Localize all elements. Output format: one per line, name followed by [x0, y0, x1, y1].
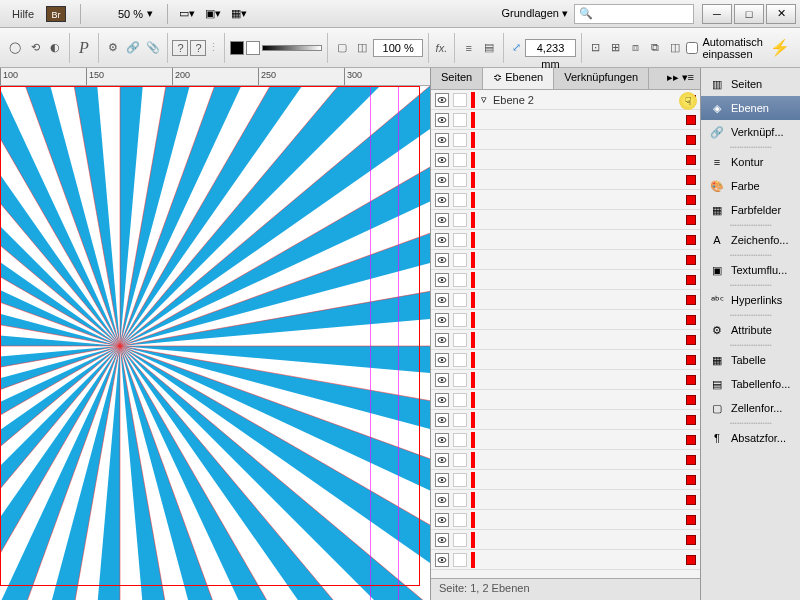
visibility-toggle[interactable] [435, 293, 449, 307]
view-button[interactable]: ▦▾ [226, 4, 252, 24]
tool-icon[interactable]: ◐ [46, 39, 64, 57]
sidebar-item-kontur[interactable]: ≡Kontur [701, 150, 800, 174]
layer-item[interactable] [431, 490, 700, 510]
lock-toggle[interactable] [453, 493, 467, 507]
layer-item[interactable] [431, 170, 700, 190]
layer-item[interactable] [431, 270, 700, 290]
layer-item[interactable] [431, 390, 700, 410]
zoom-level[interactable]: 50 %▾ [87, 7, 161, 20]
layer-item[interactable] [431, 470, 700, 490]
lock-toggle[interactable] [453, 193, 467, 207]
lock-toggle[interactable] [453, 453, 467, 467]
layer-item[interactable] [431, 190, 700, 210]
visibility-toggle[interactable] [435, 513, 449, 527]
lock-toggle[interactable] [453, 93, 467, 107]
visibility-toggle[interactable] [435, 93, 449, 107]
layer-item[interactable] [431, 310, 700, 330]
visibility-toggle[interactable] [435, 233, 449, 247]
tool-icon[interactable]: ◯ [6, 39, 24, 57]
workspace-dropdown[interactable]: Grundlagen ▾ [501, 7, 568, 20]
layer-item[interactable] [431, 350, 700, 370]
visibility-toggle[interactable] [435, 113, 449, 127]
align-icon[interactable]: ▤ [480, 39, 498, 57]
measure-input[interactable]: 4,233 mm [525, 39, 575, 57]
selection-indicator[interactable] [686, 535, 696, 545]
tab-ebenen[interactable]: ≎ Ebenen [483, 68, 554, 89]
layer-item[interactable] [431, 290, 700, 310]
selection-indicator[interactable] [686, 355, 696, 365]
layer-item[interactable] [431, 150, 700, 170]
lock-toggle[interactable] [453, 173, 467, 187]
selection-indicator[interactable] [686, 515, 696, 525]
lock-toggle[interactable] [453, 153, 467, 167]
panel-menu[interactable]: ▸▸ ▾≡ [661, 68, 700, 89]
selection-indicator[interactable] [686, 495, 696, 505]
expand-icon[interactable]: ▿ [479, 93, 489, 106]
layer-item[interactable] [431, 410, 700, 430]
selection-indicator[interactable] [686, 475, 696, 485]
layer-item[interactable] [431, 250, 700, 270]
lock-toggle[interactable] [453, 313, 467, 327]
lock-toggle[interactable] [453, 433, 467, 447]
visibility-toggle[interactable] [435, 173, 449, 187]
lock-toggle[interactable] [453, 353, 467, 367]
layer-name[interactable]: Ebene 2 [493, 94, 682, 106]
tool-icon[interactable]: ▢ [333, 39, 351, 57]
visibility-toggle[interactable] [435, 253, 449, 267]
visibility-toggle[interactable] [435, 553, 449, 567]
selection-indicator[interactable] [686, 155, 696, 165]
selection-indicator[interactable] [686, 115, 696, 125]
tool-icon[interactable]: ⚙ [104, 39, 122, 57]
layer-item[interactable] [431, 550, 700, 570]
bolt-icon[interactable]: ⚡ [770, 38, 790, 57]
help-icon[interactable]: ? [172, 40, 188, 56]
visibility-toggle[interactable] [435, 413, 449, 427]
help-menu[interactable]: Hilfe [0, 8, 46, 20]
lock-toggle[interactable] [453, 113, 467, 127]
fit-icon[interactable]: ⊡ [586, 39, 604, 57]
layer-item[interactable] [431, 510, 700, 530]
lock-toggle[interactable] [453, 513, 467, 527]
visibility-toggle[interactable] [435, 453, 449, 467]
sidebar-item-tabelle[interactable]: ▦Tabelle [701, 348, 800, 372]
lock-toggle[interactable] [453, 533, 467, 547]
visibility-toggle[interactable] [435, 333, 449, 347]
lock-toggle[interactable] [453, 333, 467, 347]
layer-item[interactable] [431, 450, 700, 470]
visibility-toggle[interactable] [435, 353, 449, 367]
maximize-button[interactable]: □ [734, 4, 764, 24]
layer-top[interactable]: ▿ Ebene 2 ☟ [431, 90, 700, 110]
visibility-toggle[interactable] [435, 153, 449, 167]
tool-icon[interactable]: ◫ [353, 39, 371, 57]
sidebar-item-farbe[interactable]: 🎨Farbe [701, 174, 800, 198]
visibility-toggle[interactable] [435, 473, 449, 487]
fit-icon[interactable]: ◫ [666, 39, 684, 57]
visibility-toggle[interactable] [435, 373, 449, 387]
lock-toggle[interactable] [453, 133, 467, 147]
minimize-button[interactable]: ─ [702, 4, 732, 24]
text-tool-icon[interactable]: P [75, 39, 93, 57]
opacity-input[interactable]: 100 % [373, 39, 423, 57]
layer-item[interactable] [431, 230, 700, 250]
fill-swatch[interactable] [230, 41, 244, 55]
tab-verknuepfungen[interactable]: Verknüpfungen [554, 68, 649, 89]
fx-icon[interactable]: fx. [434, 39, 449, 57]
visibility-toggle[interactable] [435, 133, 449, 147]
layer-item[interactable] [431, 370, 700, 390]
tool-icon[interactable]: 📎 [144, 39, 162, 57]
layer-item[interactable] [431, 110, 700, 130]
selection-indicator[interactable] [686, 335, 696, 345]
selection-indicator[interactable] [686, 295, 696, 305]
selection-indicator[interactable] [686, 195, 696, 205]
close-button[interactable]: ✕ [766, 4, 796, 24]
search-input[interactable]: 🔍 [574, 4, 694, 24]
selection-indicator[interactable] [686, 415, 696, 425]
visibility-toggle[interactable] [435, 273, 449, 287]
lock-toggle[interactable] [453, 233, 467, 247]
align-icon[interactable]: ≡ [460, 39, 478, 57]
selection-indicator[interactable] [686, 395, 696, 405]
bridge-button[interactable]: Br [46, 6, 66, 22]
visibility-toggle[interactable] [435, 533, 449, 547]
fit-icon[interactable]: ⊞ [606, 39, 624, 57]
fit-icon[interactable]: ⧈ [626, 39, 644, 57]
